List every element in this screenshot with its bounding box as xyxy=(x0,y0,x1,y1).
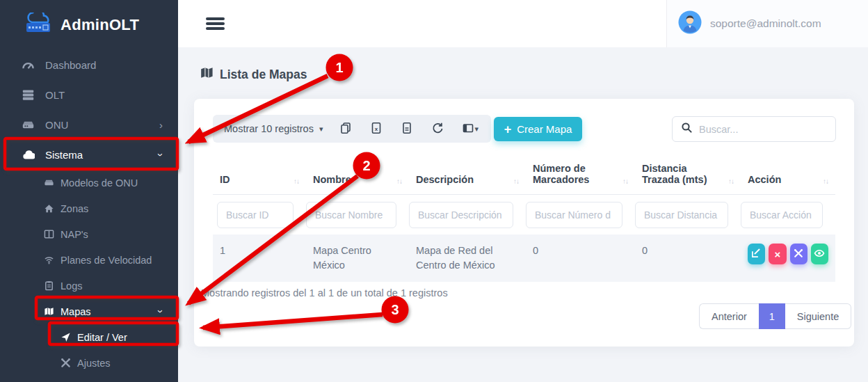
sidebar-item-zonas[interactable]: Zonas xyxy=(0,196,178,221)
cell-marcadores: 0 xyxy=(526,234,635,282)
copy-button[interactable] xyxy=(338,120,353,138)
export-file-button[interactable] xyxy=(399,120,415,138)
sidebar-item-label: Mapas xyxy=(61,306,91,317)
user-email: soporte@adminolt.com xyxy=(710,17,821,30)
sidebar: AdminOLT Dashboard OLT ONU › Sistema xyxy=(0,0,178,382)
sidebar-item-sistema[interactable]: Sistema › xyxy=(0,140,178,170)
onu-model-icon xyxy=(43,177,55,188)
home-icon xyxy=(43,203,55,214)
file-text-icon xyxy=(401,122,413,136)
sidebar-nav: Dashboard OLT ONU › Sistema › xyxy=(0,50,178,376)
sort-icon: ↑↓ xyxy=(513,177,519,185)
sidebar-item-label: Planes de Velocidad xyxy=(61,255,152,266)
sidebar-item-label: Dashboard xyxy=(45,59,96,71)
x-icon: × xyxy=(774,248,780,260)
sidebar-item-label: Modelos de ONU xyxy=(61,177,138,189)
sidebar-item-label: NAP's xyxy=(61,229,88,240)
column-header-marcadores[interactable]: Número de Marcadores↑↓ xyxy=(526,159,635,195)
search-input[interactable] xyxy=(699,124,829,135)
sort-icon: ↑↓ xyxy=(823,177,828,185)
sort-icon: ↑↓ xyxy=(622,177,628,185)
sidebar-item-label: Zonas xyxy=(61,203,88,214)
sidebar-item-mapas[interactable]: Mapas › xyxy=(0,299,178,324)
pagination-prev-button[interactable]: Anterior xyxy=(699,303,759,329)
sidebar-item-label: Editar / Ver xyxy=(77,332,127,343)
columns-table-icon xyxy=(462,122,474,136)
column-visibility-button[interactable]: ▾ xyxy=(460,120,480,138)
cell-distancia: 0 xyxy=(635,234,741,282)
sidebar-item-ajustes[interactable]: Ajustes xyxy=(0,350,178,376)
delete-map-button[interactable]: × xyxy=(769,244,786,264)
cloud-olt-logo-icon xyxy=(22,13,54,38)
export-excel-button[interactable]: x xyxy=(369,120,384,138)
caret-down-icon: ▾ xyxy=(474,125,479,134)
brand[interactable]: AdminOLT xyxy=(0,0,178,50)
create-map-button[interactable]: + Crear Mapa xyxy=(494,117,582,141)
maps-table: ID↑↓ Nombre↑↓ Descripción↑↓ Número de Ma… xyxy=(213,159,835,282)
sidebar-item-onu[interactable]: ONU › xyxy=(0,110,178,140)
pagination-page-1-button[interactable]: 1 xyxy=(759,303,785,329)
filter-id-input[interactable] xyxy=(217,202,294,228)
cloud-icon xyxy=(21,148,35,161)
filter-distancia-input[interactable] xyxy=(635,202,728,228)
cell-nombre: Mapa Centro México xyxy=(306,234,409,282)
filter-marcadores-input[interactable] xyxy=(526,202,622,228)
column-header-distancia[interactable]: Distancia Trazada (mts)↑↓ xyxy=(635,159,741,195)
sidebar-item-label: OLT xyxy=(45,89,65,101)
entries-per-page-select[interactable]: Mostrar 10 registros ▾ xyxy=(224,123,323,134)
sort-icon: ↑↓ xyxy=(294,177,299,185)
user-menu[interactable]: soporte@adminolt.com xyxy=(666,0,868,47)
edit-map-button[interactable] xyxy=(748,244,765,264)
sidebar-item-logs[interactable]: Logs xyxy=(0,273,178,299)
column-header-accion[interactable]: Acción↑↓ xyxy=(741,159,835,195)
cell-id: 1 xyxy=(213,234,306,282)
map-settings-button[interactable] xyxy=(790,244,807,264)
cell-accion: × xyxy=(741,234,835,282)
refresh-icon xyxy=(431,122,444,136)
column-header-id[interactable]: ID↑↓ xyxy=(213,159,306,195)
clipboard-icon xyxy=(43,280,55,291)
view-map-button[interactable] xyxy=(811,244,828,264)
pagination-next-button[interactable]: Siguiente xyxy=(785,303,851,329)
avatar xyxy=(678,10,702,37)
sort-icon: ↑↓ xyxy=(396,177,402,185)
chevron-down-icon: › xyxy=(156,310,166,313)
caret-down-icon: ▾ xyxy=(319,125,323,134)
tools-icon xyxy=(60,358,72,368)
wifi-icon xyxy=(43,255,55,265)
search-icon xyxy=(681,122,693,136)
sidebar-item-editar-ver[interactable]: Editar / Ver xyxy=(0,324,178,350)
table-info: Mostrando registros del 1 al 1 de un tot… xyxy=(201,287,448,299)
sidebar-item-label: Sistema xyxy=(45,149,83,161)
plus-icon: + xyxy=(504,123,512,136)
dashboard-icon xyxy=(21,58,35,72)
sidebar-item-olt[interactable]: OLT xyxy=(0,80,178,110)
sidebar-item-naps[interactable]: NAP's xyxy=(0,221,178,247)
edit-pencil-icon xyxy=(751,248,762,260)
map-icon xyxy=(43,306,55,317)
column-header-descripcion[interactable]: Descripción↑↓ xyxy=(409,159,526,195)
sidebar-item-dashboard[interactable]: Dashboard xyxy=(0,50,178,80)
chevron-down-icon: › xyxy=(156,153,166,157)
table-row: 1 Mapa Centro México Mapa de Red del Cen… xyxy=(213,234,835,282)
sidebar-item-label: Ajustes xyxy=(77,358,111,369)
table-toolbar: Mostrar 10 registros ▾ x ▾ xyxy=(213,115,491,143)
menu-toggle-button[interactable] xyxy=(206,17,225,32)
refresh-button[interactable] xyxy=(430,120,445,138)
search-box xyxy=(672,116,836,142)
filter-accion-input[interactable] xyxy=(741,202,823,228)
svg-text:x: x xyxy=(375,126,378,132)
location-arrow-icon xyxy=(60,332,72,342)
filter-descripcion-input[interactable] xyxy=(409,202,513,228)
top-bar: soporte@adminolt.com xyxy=(178,0,868,47)
sidebar-item-planes-de-velocidad[interactable]: Planes de Velocidad xyxy=(0,247,178,273)
maps-list-card: Mostrar 10 registros ▾ x ▾ + Crear Mapa xyxy=(194,99,854,347)
copy-icon xyxy=(339,122,352,136)
filter-nombre-input[interactable] xyxy=(306,202,396,228)
cell-descripcion: Mapa de Red del Centro de México xyxy=(409,234,526,282)
chevron-right-icon: › xyxy=(159,120,163,130)
eye-icon xyxy=(814,248,825,261)
sidebar-item-modelos-de-onu[interactable]: Modelos de ONU xyxy=(0,170,178,196)
column-header-nombre[interactable]: Nombre↑↓ xyxy=(306,159,409,195)
main-content: Lista de Mapas Mostrar 10 registros ▾ x xyxy=(178,47,868,382)
